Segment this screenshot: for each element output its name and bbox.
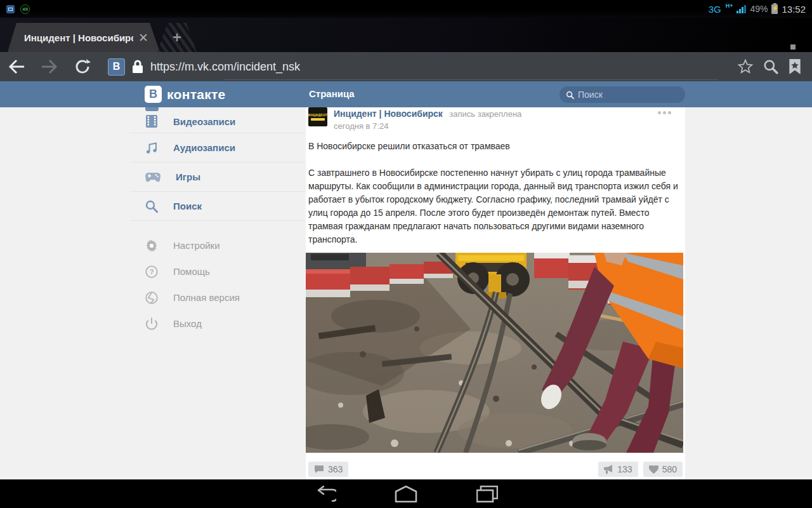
sidebar-item-help[interactable]: ? Помощь <box>130 258 305 284</box>
browser-tab[interactable]: Инцидент | Новосибирск ✕ <box>8 23 160 52</box>
post-author-link[interactable]: Инцидент | Новосибирск <box>334 109 443 119</box>
network-hplus-label: H+ <box>726 3 733 9</box>
post-timestamp[interactable]: сегодня в 7:24 <box>334 121 521 131</box>
bookmarks-list-icon[interactable] <box>788 58 802 75</box>
vk-search-input[interactable]: Поиск <box>560 86 685 103</box>
nav-back-button[interactable] <box>311 484 338 504</box>
svg-text:?: ? <box>150 268 154 276</box>
feed-column: ИНЦИДЕНТ Инцидент | Новосибирск запись з… <box>306 107 685 479</box>
status-bar: 49 3GH+ 49% 13:52 <box>0 0 812 18</box>
page-title: Страница <box>309 88 355 99</box>
page-body: Видеозаписи Аудиозаписи Игры Поиск Н <box>0 107 812 479</box>
tab-title: Инцидент | Новосибирск <box>24 32 133 43</box>
comments-count: 363 <box>328 464 343 474</box>
vk-logo[interactable]: В контакте <box>145 86 226 103</box>
post-body: С завтрашнего в Новосибирске постепенно … <box>308 166 683 246</box>
battery-charging-icon <box>771 4 778 14</box>
pinned-label: запись закреплена <box>449 109 521 119</box>
tab-close-icon[interactable]: ✕ <box>138 32 148 44</box>
post-title-line: В Новосибирске решили отказаться от трам… <box>308 140 683 153</box>
clipped-icon-fragment <box>145 107 159 111</box>
avatar[interactable]: ИНЦИДЕНТ <box>308 107 327 126</box>
sidebar-item-games[interactable]: Игры <box>130 163 305 191</box>
music-note-icon <box>145 142 158 154</box>
sidebar-item-label: Игры <box>176 171 200 182</box>
search-placeholder: Поиск <box>578 90 603 100</box>
vk-logo-icon: В <box>145 86 162 103</box>
like-button[interactable]: 580 <box>643 462 683 477</box>
battery-percent-label: 49% <box>750 4 768 14</box>
post-text: В Новосибирске решили отказаться от трам… <box>308 140 683 246</box>
sidebar-item-videos[interactable]: Видеозаписи <box>130 107 305 133</box>
film-icon <box>145 114 158 128</box>
site-favicon-vk: В <box>108 58 125 76</box>
android-nav-bar <box>0 479 812 508</box>
sidebar-item-search[interactable]: Поиск <box>130 192 305 220</box>
post-action-bar: 363 133 580 <box>308 462 683 477</box>
sidebar-item-label: Помощь <box>173 266 210 277</box>
browser-url-bar: В https://m.vk.com/incident_nsk <box>0 52 812 81</box>
share-megaphone-icon <box>604 465 613 474</box>
comment-icon <box>314 465 324 474</box>
search-icon <box>145 200 158 213</box>
sidebar-item-label: Аудиозаписи <box>173 142 235 153</box>
sidebar-item-logout[interactable]: Выход <box>130 311 305 337</box>
search-icon <box>566 91 574 99</box>
refresh-button[interactable] <box>66 58 99 75</box>
gear-icon <box>145 239 158 252</box>
android-tablet-screen: 49 3GH+ 49% 13:52 Инцидент | Новосибирск… <box>0 0 812 508</box>
search-icon[interactable] <box>763 58 779 75</box>
nav-recents-button[interactable] <box>474 484 501 504</box>
new-tab-button[interactable]: + <box>157 23 197 52</box>
sidebar-menu: Видеозаписи Аудиозаписи Игры Поиск Н <box>130 107 305 479</box>
sidebar-item-label: Выход <box>173 318 202 329</box>
gamepad-icon <box>145 171 160 183</box>
post-photo-tram-tracks[interactable] <box>306 253 683 453</box>
share-button[interactable]: 133 <box>598 462 638 477</box>
sidebar-item-audio[interactable]: Аудиозаписи <box>130 133 305 162</box>
ssl-lock-icon <box>131 59 144 74</box>
notification-app-icon <box>6 5 15 13</box>
question-circle-icon: ? <box>145 265 158 278</box>
sidebar-item-label: Видеозаписи <box>173 116 235 127</box>
browser-tab-bar: Инцидент | Новосибирск ✕ + <box>0 18 812 52</box>
url-text[interactable]: https://m.vk.com/incident_nsk <box>150 60 737 74</box>
battery-badge-icon: 49 <box>20 4 30 14</box>
sidebar-item-settings[interactable]: Настройки <box>130 232 305 258</box>
power-icon <box>145 318 158 330</box>
sidebar-item-label: Полная версия <box>173 292 240 303</box>
sidebar-item-label: Настройки <box>173 240 220 251</box>
globe-icon <box>145 291 158 304</box>
bookmark-star-icon[interactable] <box>737 58 754 75</box>
heart-icon <box>649 465 658 474</box>
url-field-underline <box>223 79 718 80</box>
comments-button[interactable]: 363 <box>308 462 348 477</box>
sidebar-item-full-version[interactable]: Полная версия <box>130 284 305 311</box>
forward-button[interactable] <box>33 59 66 74</box>
shares-count: 133 <box>617 464 632 474</box>
clock-label: 13:52 <box>782 4 806 15</box>
likes-count: 580 <box>662 464 677 474</box>
back-button[interactable] <box>0 59 33 74</box>
vk-header: В контакте Страница Поиск <box>0 81 812 107</box>
nav-home-button[interactable] <box>393 484 419 504</box>
post-pinned: ИНЦИДЕНТ Инцидент | Новосибирск запись з… <box>306 107 685 477</box>
signal-strength-icon <box>737 5 746 13</box>
vk-logo-wordmark: контакте <box>167 87 226 102</box>
post-options-icon[interactable] <box>658 111 671 114</box>
plus-icon: + <box>173 30 181 45</box>
avatar-text: ИНЦИДЕНТ <box>308 113 327 117</box>
sidebar-item-label: Поиск <box>173 201 202 211</box>
network-type-label: 3G <box>709 4 721 15</box>
